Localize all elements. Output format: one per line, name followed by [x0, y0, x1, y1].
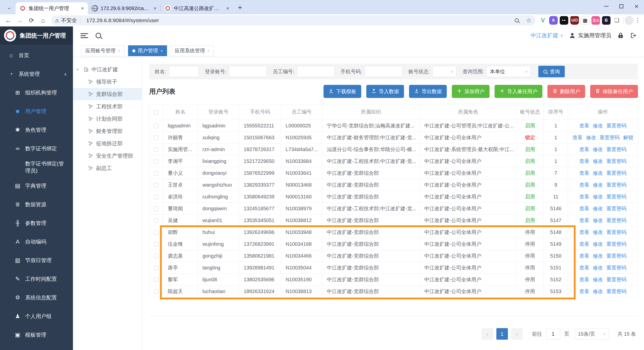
action-button-导入兼任用户[interactable]: 导入兼任用户 [495, 85, 542, 98]
browser-tab[interactable]: 集团统一用户管理× [16, 2, 88, 14]
op-link-重置密码[interactable]: 重置密码 [607, 147, 627, 152]
row-checkbox[interactable] [154, 218, 158, 223]
sidebar-item-worktime[interactable]: ✎工作时间配置 [0, 270, 73, 288]
tree-node[interactable]: 领导班子 [73, 76, 142, 88]
extensions-puzzle-icon[interactable]: ❑ [613, 16, 621, 25]
filter-input[interactable] [365, 66, 402, 77]
op-link-重置密码[interactable]: 重置密码 [600, 135, 620, 140]
filter-input[interactable] [169, 66, 199, 77]
close-tab-icon[interactable]: × [80, 6, 85, 11]
op-link-重置密码[interactable]: 重置密码 [607, 265, 627, 270]
tree-node[interactable]: 安全生产管理部 [73, 150, 142, 162]
logout-icon[interactable] [630, 32, 636, 39]
ublock-icon[interactable]: UO [570, 16, 579, 25]
filter-input[interactable] [229, 66, 267, 77]
row-checkbox[interactable] [154, 230, 158, 235]
maximize-button[interactable] [614, 0, 629, 13]
search-button[interactable]: 查询 [538, 66, 565, 77]
black-dots-icon[interactable]: •• [560, 16, 568, 25]
row-checkbox[interactable] [154, 183, 158, 187]
op-link-修改[interactable]: 修改 [593, 194, 603, 199]
tree-node[interactable]: 财务管理部 [73, 125, 142, 137]
op-link-修改[interactable]: 修改 [593, 241, 603, 247]
row-checkbox[interactable] [154, 135, 158, 140]
bitwarden-icon[interactable]: B [602, 16, 611, 25]
org-switcher[interactable]: 中江改扩建 ∨ [531, 32, 563, 39]
action-button-下载模板[interactable]: 下载模板 [324, 85, 361, 98]
row-checkbox[interactable] [154, 206, 158, 211]
tree-node[interactable]: 党群综合部 [73, 88, 142, 100]
sidebar-item-account-approve[interactable]: ☑账号审批 [0, 344, 73, 350]
prev-page-button[interactable]: ‹ [482, 328, 493, 340]
filter-select[interactable]: 本单位∨ [487, 66, 531, 77]
op-link-查看[interactable]: 查看 [573, 135, 583, 140]
bookmark-star-icon[interactable]: ☆ [524, 17, 534, 24]
browser-tab[interactable]: 172.29.6.9:9092/cas/login?se× [88, 2, 160, 14]
sidebar-item-gear[interactable]: ⚙系统信息配置 [0, 288, 73, 307]
op-link-查看[interactable]: 查看 [579, 158, 589, 164]
close-tab-icon[interactable]: × [226, 6, 230, 11]
vue-devtools-icon[interactable]: V [539, 16, 547, 25]
op-link-修改[interactable]: 修改 [593, 229, 603, 235]
current-page-button[interactable]: 1 [496, 328, 508, 340]
op-link-修改[interactable]: 修改 [593, 289, 603, 294]
browser-tab[interactable]: 中江高速公路改扩建管理处协同× [161, 2, 233, 14]
sidebar-item-certificate-admin[interactable]: 数字证书绑定(管理员) [0, 158, 73, 177]
goto-page-input[interactable] [546, 328, 560, 340]
sidebar-item-holiday[interactable]: ▥节假日管理 [0, 251, 73, 270]
sidebar-item-dictionary[interactable]: ▤字典管理 [0, 177, 73, 195]
page-tab[interactable]: 用户管理× [128, 45, 167, 56]
op-link-查看[interactable]: 查看 [579, 206, 589, 211]
tree-node[interactable]: 工程技术部 [73, 100, 142, 113]
action-button-导出数据[interactable]: 导出数据 [409, 85, 447, 98]
sidebar-item-user-group[interactable]: ♟个人用户组 [0, 307, 73, 326]
row-checkbox[interactable] [154, 171, 158, 176]
qr-scanner-icon[interactable]: ▦ [581, 16, 589, 25]
sidebar-item-auto-code[interactable]: A自动编码 [0, 232, 73, 251]
op-link-修改[interactable]: 修改 [593, 206, 603, 211]
close-page-tab-icon[interactable]: × [160, 49, 163, 53]
purple-badge-icon[interactable]: 6 [549, 16, 558, 25]
row-checkbox[interactable] [154, 266, 158, 270]
forward-icon[interactable]: → [15, 15, 25, 25]
close-window-button[interactable]: × [629, 0, 644, 13]
op-link-重置密码[interactable]: 重置密码 [607, 206, 627, 211]
sidebar-item-template[interactable]: ▣模板管理 [0, 326, 73, 344]
op-link-查看[interactable]: 查看 [579, 241, 589, 247]
op-link-查看[interactable]: 查看 [579, 253, 589, 259]
op-link-修改[interactable]: 修改 [593, 158, 603, 164]
op-link-修改[interactable]: 修改 [593, 170, 603, 176]
op-link-查看[interactable]: 查看 [579, 277, 589, 282]
translate-icon[interactable]: 文A [591, 16, 600, 25]
row-checkbox[interactable] [154, 124, 158, 128]
close-page-tab-icon[interactable]: × [208, 49, 210, 53]
sidebar-item-system[interactable]: ◔系统管理∧ [0, 65, 73, 83]
op-link-查看[interactable]: 查看 [579, 229, 589, 235]
filter-select[interactable]: ∨ [432, 66, 457, 77]
action-button-导入数据[interactable]: 导入数据 [366, 85, 404, 98]
action-button-删除用户[interactable]: 删除用户 [547, 85, 585, 98]
close-tab-icon[interactable]: × [153, 6, 157, 11]
sidebar-item-role[interactable]: ✱角色管理 [0, 121, 73, 139]
row-checkbox[interactable] [154, 195, 158, 199]
op-link-修改[interactable]: 修改 [593, 218, 603, 223]
tree-root-node[interactable]: ▾中江改扩建 [73, 63, 142, 76]
next-page-button[interactable]: › [511, 328, 522, 340]
profile-avatar[interactable] [625, 16, 633, 25]
op-link-修改[interactable]: 修改 [593, 182, 603, 188]
page-size-select[interactable]: 15条/页 ∨ [575, 328, 609, 340]
current-user[interactable]: 实施用管理员 [569, 32, 611, 39]
op-link-查看[interactable]: 查看 [579, 194, 589, 199]
op-link-重置密码[interactable]: 重置密码 [607, 194, 627, 199]
op-link-重置密码[interactable]: 重置密码 [607, 182, 627, 188]
filter-input[interactable] [297, 66, 335, 77]
op-link-重置密码[interactable]: 重置密码 [607, 218, 627, 223]
op-link-查看[interactable]: 查看 [579, 147, 589, 152]
browser-menu-icon[interactable]: ⋮ [634, 17, 641, 24]
op-link-重置密码[interactable]: 重置密码 [607, 229, 627, 235]
sidebar-item-certificate-link[interactable]: ∞数字证书绑定 [0, 139, 73, 158]
sidebar-item-org-structure[interactable]: ⊞组织机构管理 [0, 83, 73, 102]
op-link-查看[interactable]: 查看 [579, 265, 589, 270]
page-tab[interactable]: 应用系统管理× [171, 45, 214, 56]
op-link-查看[interactable]: 查看 [579, 170, 589, 176]
